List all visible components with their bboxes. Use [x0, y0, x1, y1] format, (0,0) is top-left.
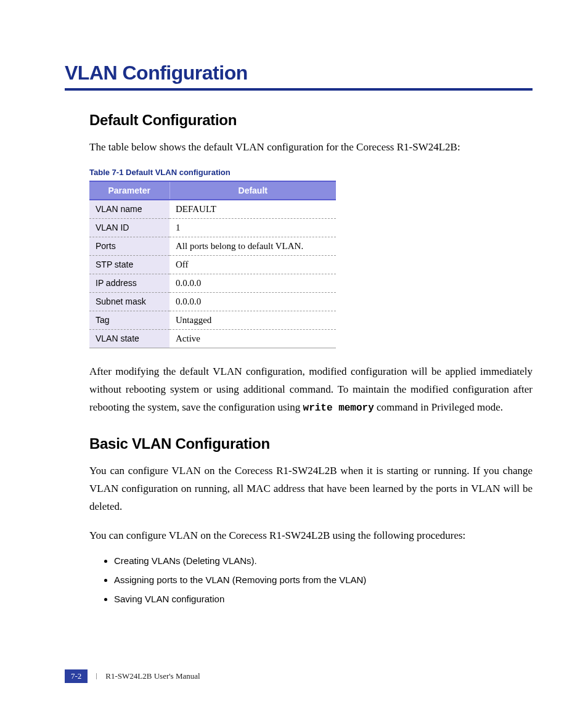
cell-param: Subnet mask — [89, 292, 169, 311]
page-footer: 7-2 R1-SW24L2B User's Manual — [65, 669, 200, 683]
table-row: TagUntagged — [89, 311, 336, 329]
table-header-row: Parameter Default — [89, 181, 336, 200]
default-vlan-table: Parameter Default VLAN nameDEFAULT VLAN … — [89, 181, 336, 348]
cell-val: Active — [169, 329, 336, 348]
para-text: command in Privileged mode. — [374, 401, 503, 413]
cell-param: VLAN ID — [89, 218, 169, 237]
page-title: VLAN Configuration — [65, 62, 533, 84]
page-number: 7-2 — [65, 669, 88, 683]
list-item: Assigning ports to the VLAN (Removing po… — [114, 575, 533, 585]
cell-param: IP address — [89, 274, 169, 292]
cell-val: DEFAULT — [169, 200, 336, 219]
cell-param: STP state — [89, 255, 169, 274]
cell-param: Tag — [89, 311, 169, 329]
section-default-config: Default Configuration The table below sh… — [65, 112, 533, 417]
cell-val: 0.0.0.0 — [169, 292, 336, 311]
command-code: write memory — [303, 403, 374, 414]
footer-divider — [96, 673, 97, 679]
table-row: VLAN nameDEFAULT — [89, 200, 336, 219]
title-rule — [65, 88, 533, 91]
table-row: Subnet mask0.0.0.0 — [89, 292, 336, 311]
heading-default-config: Default Configuration — [89, 112, 533, 129]
cell-param: VLAN state — [89, 329, 169, 348]
intro-paragraph: The table below shows the default VLAN c… — [89, 139, 533, 157]
table-row: IP address0.0.0.0 — [89, 274, 336, 292]
section-basic-vlan: Basic VLAN Configuration You can configu… — [65, 435, 533, 605]
cell-val: Untagged — [169, 311, 336, 329]
procedure-list: Creating VLANs (Deleting VLANs). Assigni… — [89, 555, 533, 604]
cell-param: VLAN name — [89, 200, 169, 219]
table-row: VLAN ID1 — [89, 218, 336, 237]
list-item: Creating VLANs (Deleting VLANs). — [114, 555, 533, 566]
after-table-paragraph: After modifying the default VLAN configu… — [89, 363, 533, 417]
basic-para-2: You can configure VLAN on the Corecess R… — [89, 527, 533, 545]
cell-val: All ports belong to default VLAN. — [169, 237, 336, 255]
doc-title: R1-SW24L2B User's Manual — [105, 671, 200, 681]
page: VLAN Configuration Default Configuration… — [0, 0, 588, 720]
col-parameter: Parameter — [89, 181, 169, 200]
cell-val: 0.0.0.0 — [169, 274, 336, 292]
cell-val: Off — [169, 255, 336, 274]
list-item: Saving VLAN configuration — [114, 594, 533, 604]
col-default: Default — [169, 181, 336, 200]
cell-param: Ports — [89, 237, 169, 255]
table-row: VLAN stateActive — [89, 329, 336, 348]
heading-basic-vlan: Basic VLAN Configuration — [89, 435, 533, 452]
basic-para-1: You can configure VLAN on the Corecess R… — [89, 462, 533, 516]
table-row: PortsAll ports belong to default VLAN. — [89, 237, 336, 255]
table-caption: Table 7-1 Default VLAN configuration — [89, 168, 533, 177]
cell-val: 1 — [169, 218, 336, 237]
table-row: STP stateOff — [89, 255, 336, 274]
